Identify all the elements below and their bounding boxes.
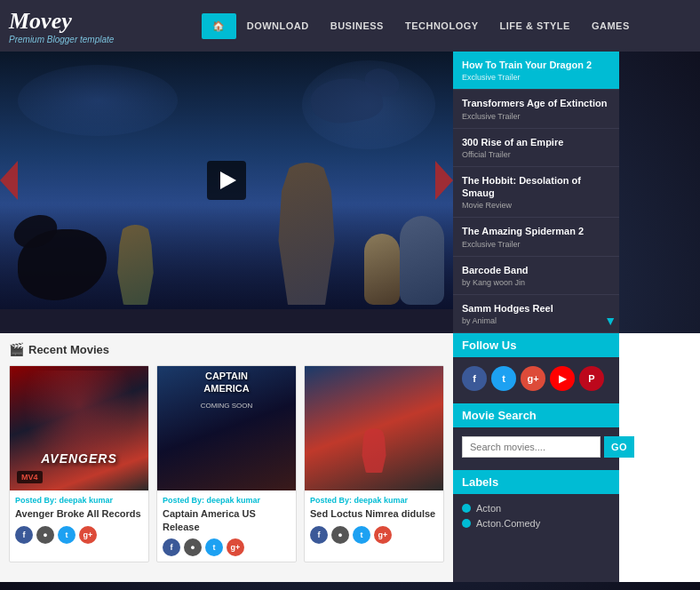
social-gp-0[interactable]: g+: [79, 526, 97, 544]
social-fb-2[interactable]: f: [310, 526, 328, 544]
social-fb-0[interactable]: f: [15, 526, 33, 544]
sidebar-item-title-0: How To Train Your Dragon 2: [462, 59, 610, 71]
bottom-section: 🎬 Recent Movies AVENGERS MV4 Posted By: …: [0, 333, 700, 582]
sky-glow-left: [18, 65, 178, 136]
char3: [364, 234, 400, 305]
sidebar-item-4[interactable]: The Amazing Spiderman 2 Exclusive Traile…: [453, 218, 619, 256]
movie-search-title: Movie Search: [453, 403, 619, 427]
char4: [400, 216, 444, 305]
main-char: [275, 163, 338, 305]
social-gp-2[interactable]: g+: [374, 526, 392, 544]
label-item-0[interactable]: Acton: [462, 503, 610, 514]
hero-next-button[interactable]: [435, 161, 453, 200]
sidebar-item-sub-2: Official Trailer: [462, 150, 610, 159]
search-button[interactable]: GO: [604, 436, 634, 458]
label-dot-1: [462, 519, 471, 528]
sidebar-item-sub-1: Exclusive Trailer: [462, 112, 610, 121]
nav-home[interactable]: 🏠: [202, 13, 236, 39]
sidebar-item-title-3: The Hobbit: Desolation of Smaug: [462, 174, 610, 200]
play-button[interactable]: [207, 161, 246, 200]
nav-business[interactable]: BUSINESS: [320, 13, 394, 38]
sidebar-item-6[interactable]: Samm Hodges Reel by Animal ▼: [453, 295, 619, 333]
social-tw-2[interactable]: t: [353, 526, 370, 544]
sidebar-item-sub-5: by Kang woon Jin: [462, 278, 610, 287]
spider-char: [305, 428, 443, 473]
header: Movey Premium Blogger template 🏠 DOWNLOA…: [0, 0, 700, 52]
movie-thumb-2: [305, 366, 443, 490]
sidebar-item-sub-6: by Animal: [462, 316, 610, 325]
follow-pi[interactable]: P: [579, 366, 604, 391]
movie-icon: 🎬: [9, 342, 24, 356]
logo-subtitle: Premium Blogger template: [9, 35, 151, 44]
avengers-glow: [14, 371, 144, 486]
hero-prev-button[interactable]: [0, 161, 18, 200]
label-text-1: Acton.Comedy: [476, 518, 540, 529]
sidebar-item-sub-4: Exclusive Trailer: [462, 240, 610, 249]
sidebar-item-5[interactable]: Barcode Band by Kang woon Jin: [453, 257, 619, 295]
follow-gp[interactable]: g+: [521, 366, 545, 391]
sidebar-item-sub-3: Movie Review: [462, 201, 610, 210]
posted-author-0: deepak kumar: [60, 496, 114, 505]
social-share-0[interactable]: ●: [36, 526, 54, 544]
avengers-logo: AVENGERS: [41, 451, 117, 466]
sidebar-item-title-1: Transformers Age of Extinction: [462, 97, 610, 109]
movie-cards: AVENGERS MV4 Posted By: deepak kumar Ave…: [9, 365, 444, 562]
nav-lifestyle[interactable]: LIFE & STYLE: [489, 13, 581, 38]
follow-icons: f t g+ ▶ P: [462, 366, 610, 391]
mv4-badge: MV4: [17, 471, 43, 483]
label-item-1[interactable]: Acton.Comedy: [462, 518, 610, 529]
movie-info-2: Posted By: deepak kumar Sed Loctus Nimre…: [305, 490, 443, 548]
social-fb-1[interactable]: f: [163, 538, 180, 556]
cap-subtitle: COMING SOON: [201, 402, 253, 410]
social-share-1[interactable]: ●: [184, 538, 202, 556]
social-icons-0: f ● t g+: [15, 526, 143, 544]
label-dot-0: [462, 504, 471, 513]
posted-by-1: Posted By: deepak kumar: [163, 496, 290, 505]
sidebar-item-1[interactable]: Transformers Age of Extinction Exclusive…: [453, 90, 619, 128]
social-icons-1: f ● t g+: [163, 538, 290, 556]
social-gp-1[interactable]: g+: [227, 538, 244, 556]
posted-label-0: Posted By:: [15, 496, 57, 505]
section-title: 🎬 Recent Movies: [9, 342, 444, 356]
nav-technology[interactable]: TECHNOLOGY: [394, 13, 489, 38]
nav-download[interactable]: DOWNLOAD: [236, 13, 320, 38]
characters-area: [0, 132, 453, 309]
follow-fb[interactable]: f: [462, 366, 487, 391]
cap-logo: CAPTAINAMERICA: [203, 371, 249, 394]
sidebar-item-0[interactable]: How To Train Your Dragon 2 Exclusive Tra…: [453, 52, 619, 90]
follow-yt[interactable]: ▶: [550, 366, 575, 391]
sidebar-item-title-2: 300 Rise of an Empire: [462, 136, 610, 148]
sidebar-list: How To Train Your Dragon 2 Exclusive Tra…: [453, 52, 619, 333]
posted-by-2: Posted By: deepak kumar: [310, 496, 438, 505]
movie-title-1: Captain America US Release: [163, 507, 290, 533]
main-nav: 🏠 DOWNLOAD BUSINESS TECHNOLOGY LIFE & ST…: [151, 13, 691, 39]
follow-tw[interactable]: t: [491, 366, 516, 391]
play-icon: [220, 171, 236, 189]
social-icons-2: f ● t g+: [310, 526, 438, 544]
nav-games[interactable]: GAMES: [581, 13, 640, 38]
content-area: 🎬 Recent Movies AVENGERS MV4 Posted By: …: [0, 333, 453, 582]
social-share-2[interactable]: ●: [331, 526, 349, 544]
search-input[interactable]: [462, 436, 601, 458]
sidebar-item-3[interactable]: The Hobbit: Desolation of Smaug Movie Re…: [453, 167, 619, 219]
hero-section: [0, 52, 453, 333]
search-row: GO: [462, 436, 610, 458]
section-title-text: Recent Movies: [28, 343, 109, 356]
labels-title: Labels: [453, 470, 619, 494]
right-sidebar-bottom: Follow Us f t g+ ▶ P Movie Search GO Lab…: [453, 333, 619, 582]
movie-card-1: CAPTAINAMERICA COMING SOON Posted By: de…: [156, 365, 297, 562]
movie-card-2: Posted By: deepak kumar Sed Loctus Nimre…: [304, 365, 444, 562]
movie-info-0: Posted By: deepak kumar Avenger Broke Al…: [10, 490, 148, 548]
sidebar-item-title-4: The Amazing Spiderman 2: [462, 225, 610, 237]
movie-thumb-0: AVENGERS MV4: [10, 366, 148, 490]
posted-author-2: deepak kumar: [354, 496, 409, 505]
posted-label-2: Posted By:: [310, 496, 352, 505]
social-tw-1[interactable]: t: [205, 538, 223, 556]
movie-thumb-1: CAPTAINAMERICA COMING SOON: [157, 366, 296, 490]
hero-image: [0, 52, 453, 309]
sidebar-item-title-5: Barcode Band: [462, 264, 610, 276]
sidebar-item-2[interactable]: 300 Rise of an Empire Official Trailer: [453, 129, 619, 167]
social-tw-0[interactable]: t: [58, 526, 76, 544]
movie-title-2: Sed Loctus Nimrea didulse: [310, 507, 438, 520]
sidebar: How To Train Your Dragon 2 Exclusive Tra…: [453, 52, 619, 333]
